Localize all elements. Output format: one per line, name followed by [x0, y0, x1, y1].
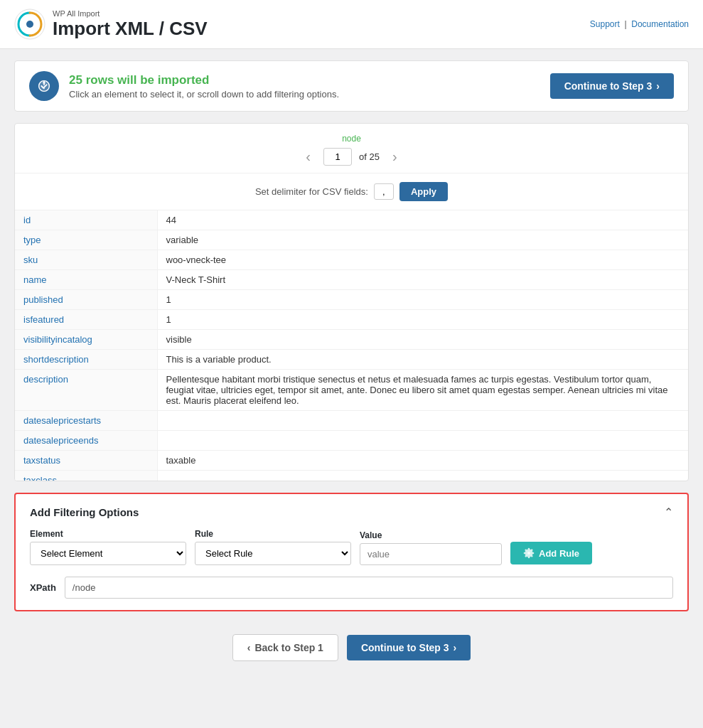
- total-pages-text: of 25: [359, 151, 380, 162]
- row-key: datesalepriceends: [15, 431, 157, 451]
- page-title: Import XML / CSV: [53, 18, 208, 40]
- data-table-scroll-area[interactable]: id44typevariableskuwoo-vneck-teenameV-Ne…: [15, 210, 688, 481]
- row-value: visible: [157, 330, 688, 350]
- table-row[interactable]: taxstatustaxable: [15, 451, 688, 471]
- row-key: description: [15, 370, 157, 411]
- value-label: Value: [360, 530, 502, 540]
- continue-step3-top-button[interactable]: Continue to Step 3 ›: [550, 73, 674, 99]
- data-table: id44typevariableskuwoo-vneck-teenameV-Ne…: [15, 210, 688, 481]
- table-row[interactable]: shortdescriptionThis is a variable produ…: [15, 350, 688, 370]
- notice-icon: [29, 71, 59, 101]
- collapse-button[interactable]: ⌃: [664, 505, 673, 519]
- row-key: name: [15, 270, 157, 290]
- rows-count-heading: 25 rows will be imported: [69, 73, 339, 87]
- row-key: visibilityincatalog: [15, 330, 157, 350]
- xpath-label: XPath: [30, 582, 56, 593]
- element-select[interactable]: Select Element: [30, 542, 186, 565]
- row-value: woo-vneck-tee: [157, 250, 688, 270]
- notice-subtitle: Click an element to select it, or scroll…: [69, 89, 339, 100]
- notice-bar: 25 rows will be imported Click an elemen…: [14, 60, 689, 112]
- xpath-input[interactable]: [65, 577, 673, 599]
- delimiter-row: Set delimiter for CSV fields: Apply: [15, 173, 688, 210]
- row-value: [157, 471, 688, 481]
- delimiter-input[interactable]: [374, 183, 394, 200]
- apply-button[interactable]: Apply: [399, 182, 448, 201]
- row-value: V-Neck T-Shirt: [157, 270, 688, 290]
- row-value: 44: [157, 210, 688, 230]
- row-value: 1: [157, 310, 688, 330]
- delimiter-label: Set delimiter for CSV fields:: [255, 186, 368, 197]
- table-row[interactable]: typevariable: [15, 230, 688, 250]
- back-to-step-button[interactable]: ‹ Back to Step 1: [232, 634, 338, 661]
- row-value: [157, 431, 688, 451]
- gear-icon: [523, 547, 535, 559]
- filtering-section: Add Filtering Options ⌃ Element Select E…: [14, 493, 689, 611]
- rule-label: Rule: [195, 529, 351, 539]
- row-key: taxstatus: [15, 451, 157, 471]
- xpath-row: XPath: [30, 577, 673, 599]
- row-value: [157, 411, 688, 431]
- row-value: This is a variable product.: [157, 350, 688, 370]
- table-row[interactable]: visibilityincatalogvisible: [15, 330, 688, 350]
- table-row[interactable]: id44: [15, 210, 688, 230]
- table-row[interactable]: published1: [15, 290, 688, 310]
- row-key: shortdescription: [15, 350, 157, 370]
- row-key: isfeatured: [15, 310, 157, 330]
- node-navigation: node ‹ of 25 ›: [15, 124, 688, 173]
- value-input[interactable]: [360, 543, 502, 565]
- support-link[interactable]: Support: [590, 19, 620, 29]
- next-page-button[interactable]: ›: [387, 149, 403, 165]
- prev-page-button[interactable]: ‹: [300, 149, 316, 165]
- documentation-link[interactable]: Documentation: [631, 19, 689, 29]
- element-label: Element: [30, 529, 186, 539]
- add-rule-button[interactable]: Add Rule: [510, 542, 592, 564]
- data-preview-panel: node ‹ of 25 › Set delimiter for CSV fie…: [14, 123, 689, 481]
- row-key: id: [15, 210, 157, 230]
- continue-step3-bottom-button[interactable]: Continue to Step 3 ›: [347, 635, 471, 660]
- node-label: node: [29, 134, 674, 144]
- row-key: published: [15, 290, 157, 310]
- row-value: variable: [157, 230, 688, 250]
- table-row[interactable]: isfeatured1: [15, 310, 688, 330]
- row-key: type: [15, 230, 157, 250]
- table-row[interactable]: descriptionPellentesque habitant morbi t…: [15, 370, 688, 411]
- table-row[interactable]: datesalepriceends: [15, 431, 688, 451]
- plugin-name: WP All Import: [53, 9, 208, 18]
- row-value: Pellentesque habitant morbi tristique se…: [157, 370, 688, 411]
- filtering-title: Add Filtering Options: [30, 506, 139, 518]
- row-value: 1: [157, 290, 688, 310]
- row-key: sku: [15, 250, 157, 270]
- page-number-input[interactable]: [323, 148, 352, 166]
- table-row[interactable]: skuwoo-vneck-tee: [15, 250, 688, 270]
- svg-rect-3: [43, 81, 45, 85]
- rule-select[interactable]: Select Rule: [195, 542, 351, 565]
- table-row[interactable]: taxclass: [15, 471, 688, 481]
- row-key: taxclass: [15, 471, 157, 481]
- table-row[interactable]: nameV-Neck T-Shirt: [15, 270, 688, 290]
- row-value: taxable: [157, 451, 688, 471]
- header-links: Support | Documentation: [590, 19, 689, 29]
- row-key: datesalepricestarts: [15, 411, 157, 431]
- table-row[interactable]: datesalepricestarts: [15, 411, 688, 431]
- bottom-navigation: ‹ Back to Step 1 Continue to Step 3 ›: [0, 623, 703, 675]
- filter-row: Element Select Element Rule Select Rule …: [30, 529, 673, 565]
